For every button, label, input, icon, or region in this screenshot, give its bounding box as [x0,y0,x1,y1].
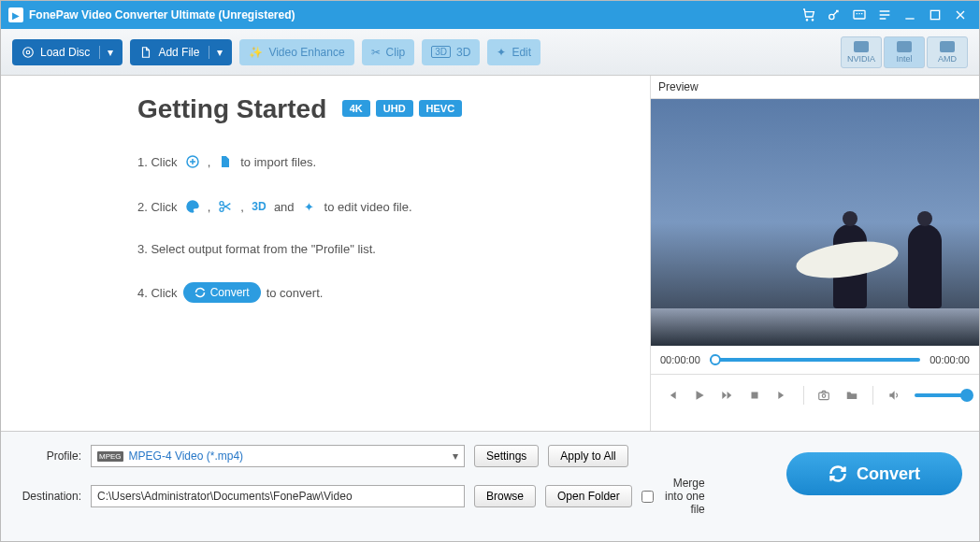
load-disc-label: Load Disc [40,46,90,59]
player-controls [651,374,979,415]
svg-rect-3 [854,10,865,19]
volume-slider[interactable] [915,393,970,397]
badge-uhd: UHD [376,100,413,117]
add-file-button[interactable]: Add File ▾ [130,39,232,65]
open-folder-button[interactable]: Open Folder [545,485,632,507]
apply-all-button[interactable]: Apply to All [548,445,627,467]
video-enhance-label: Video Enhance [268,46,344,59]
bottom-bar: Profile: MPEG MPEG-4 Video (*.mp4) ▾ Set… [1,431,979,542]
step-2: 2. Click , , 3D and ✦ to edit video file… [137,197,622,216]
titlebar: ▶ FonePaw Video Converter Ultimate (Unre… [1,1,979,29]
seek-slider[interactable] [710,358,920,362]
play-button[interactable] [688,384,711,406]
merge-checkbox[interactable]: Merge into one file [641,477,705,516]
close-icon[interactable] [949,4,972,26]
add-circle-icon [183,152,202,171]
chevron-down-icon: ▾ [209,46,223,59]
message-icon[interactable] [848,4,871,26]
edit-button[interactable]: ✦ Edit [487,39,540,65]
prev-button[interactable] [660,384,683,406]
video-enhance-button[interactable]: ✨ Video Enhance [239,39,353,65]
palette-icon [183,197,202,216]
merge-checkbox-input[interactable] [641,491,654,503]
app-logo-icon: ▶ [8,7,23,22]
convert-button[interactable]: Convert [786,452,962,495]
svg-rect-4 [930,10,939,19]
format-badges: 4K UHD HEVC [342,100,462,117]
clip-button[interactable]: ✂ Clip [362,39,415,65]
profile-label: Profile: [18,449,81,463]
profile-select[interactable]: MPEG MPEG-4 Video (*.mp4) ▾ [91,445,465,467]
menu-icon[interactable] [873,4,896,26]
maximize-icon[interactable] [924,4,946,26]
amd-icon [940,41,955,52]
mpeg-icon: MPEG [97,451,123,462]
getting-started-panel: Getting Started 4K UHD HEVC 1. Click , t… [1,76,650,431]
nvidia-icon [854,41,869,52]
gpu-intel[interactable]: Intel [884,36,925,68]
scissors-icon: ✂ [371,46,381,59]
destination-input[interactable] [91,485,465,507]
next-button[interactable] [771,384,794,406]
file-icon [216,152,235,171]
convert-label: Convert [857,464,920,484]
load-disc-button[interactable]: Load Disc ▾ [12,39,122,65]
svg-point-2 [829,14,834,19]
svg-point-1 [812,20,813,21]
snapshot-button[interactable] [814,384,836,406]
cart-icon[interactable] [798,4,820,26]
clip-label: Clip [386,46,406,59]
badge-4k: 4K [342,100,370,117]
add-file-label: Add File [158,46,199,59]
scissors-icon [216,197,235,216]
window-title: FonePaw Video Converter Ultimate (Unregi… [29,8,795,21]
chevron-down-icon: ▾ [453,449,458,463]
browse-button[interactable]: Browse [474,485,536,507]
fast-forward-button[interactable] [715,384,738,406]
convert-badge: Convert [183,282,261,303]
edit-label: Edit [512,46,531,59]
gpu-nvidia[interactable]: NVIDIA [841,36,882,68]
minimize-icon[interactable] [899,4,921,26]
volume-icon[interactable] [883,384,905,406]
step-1: 1. Click , to import files. [137,152,622,171]
svg-rect-10 [752,392,758,398]
preview-label: Preview [651,76,979,99]
chevron-down-icon: ▾ [99,46,113,59]
three-d-small-icon: 3D [250,197,268,216]
wand-icon: ✨ [249,46,263,59]
svg-point-12 [823,393,827,397]
main-area: Getting Started 4K UHD HEVC 1. Click , t… [1,76,979,431]
three-d-label: 3D [456,46,470,59]
three-d-button[interactable]: 3D 3D [422,39,480,65]
step-3: 3. Select output format from the "Profil… [137,242,622,256]
getting-started-heading: Getting Started [137,94,326,124]
svg-rect-11 [819,392,829,400]
gpu-amd[interactable]: AMD [927,36,968,68]
profile-value: MPEG-4 Video (*.mp4) [129,449,244,463]
settings-button[interactable]: Settings [474,445,539,467]
svg-point-5 [23,47,34,57]
key-icon[interactable] [823,4,845,26]
three-d-icon: 3D [431,46,451,58]
destination-label: Destination: [18,490,81,503]
intel-icon [897,41,912,52]
svg-point-0 [806,20,807,21]
sparkle-small-icon: ✦ [300,197,319,216]
preview-image [651,99,979,346]
merge-label: Merge into one file [658,477,705,516]
time-start: 00:00:00 [660,354,700,365]
timeline: 00:00:00 00:00:00 [651,346,979,374]
preview-panel: Preview 00:00:00 00:00:00 [650,76,979,431]
svg-point-6 [26,50,30,54]
time-end: 00:00:00 [930,354,970,365]
badge-hevc: HEVC [419,100,463,117]
stop-button[interactable] [743,384,766,406]
step-4: 4. Click Convert to convert. [137,282,622,303]
sparkle-icon: ✦ [497,46,506,59]
folder-button[interactable] [841,384,863,406]
toolbar: Load Disc ▾ Add File ▾ ✨ Video Enhance ✂… [1,29,979,76]
gpu-selector: NVIDIA Intel AMD [841,36,968,68]
